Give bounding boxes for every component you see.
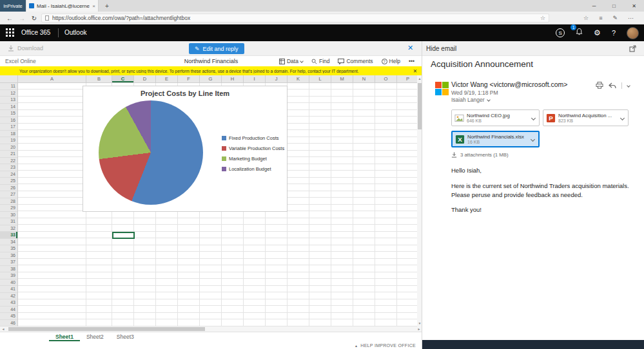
row-header-46[interactable]: 46 [0,320,17,327]
row-header-19[interactable]: 19 [0,137,17,144]
column-header-D[interactable]: D [134,75,156,82]
close-preview-icon[interactable]: ✕ [407,44,413,52]
refresh-button[interactable]: ↻ [28,12,40,24]
app-launcher-icon[interactable] [6,28,14,37]
popout-icon[interactable] [629,45,636,52]
row-header-26[interactable]: 26 [0,185,17,192]
row-header-12[interactable]: 12 [0,90,17,97]
pie-chart-object[interactable]: Project Costs by Line Item Fixed Product… [83,86,288,212]
data-menu[interactable]: Data [279,58,303,64]
select-all-corner[interactable] [0,75,18,82]
print-icon[interactable] [596,82,603,89]
column-header-I[interactable]: I [244,75,266,82]
column-header-G[interactable]: G [200,75,222,82]
row-header-33[interactable]: 33 [0,232,17,239]
row-header-21[interactable]: 21 [0,151,17,158]
email-recipient[interactable]: Isaiah Langer [451,97,490,103]
column-header-C[interactable]: C [112,75,134,82]
attachment-chip[interactable]: XNorthwind Financials.xlsx16 KB [451,131,540,147]
row-header-35[interactable]: 35 [0,245,17,252]
column-header-A[interactable]: A [18,75,86,82]
favorites-icon[interactable]: ☆ [583,15,589,21]
sheet-tab-sheet3[interactable]: Sheet3 [110,332,141,341]
edit-and-reply-button[interactable]: ✎ Edit and reply [189,43,244,54]
comments-button[interactable]: Comments [338,58,373,64]
row-header-25[interactable]: 25 [0,178,17,185]
row-header-20[interactable]: 20 [0,144,17,151]
row-header-18[interactable]: 18 [0,131,17,138]
row-header-39[interactable]: 39 [0,272,17,279]
row-header-36[interactable]: 36 [0,252,17,259]
reply-icon[interactable] [609,82,616,89]
horizontal-scrollbar[interactable]: ◄ ► [0,326,422,332]
row-header-37[interactable]: 37 [0,259,17,266]
maximize-button[interactable]: □ [604,0,624,12]
row-header-24[interactable]: 24 [0,171,17,178]
row-header-38[interactable]: 38 [0,266,17,273]
hub-icon[interactable]: ≡ [599,15,602,21]
more-commands-icon[interactable]: ••• [409,58,415,64]
row-header-13[interactable]: 13 [0,97,17,104]
row-header-40[interactable]: 40 [0,279,17,287]
sheet-tab-sheet2[interactable]: Sheet2 [80,332,110,341]
row-header-41[interactable]: 41 [0,286,17,293]
horizontal-scroll-thumb[interactable] [8,327,205,331]
row-header-44[interactable]: 44 [0,307,17,314]
column-header-P[interactable]: P [397,75,419,82]
find-button[interactable]: Find [311,58,330,64]
row-header-16[interactable]: 16 [0,117,17,124]
attachment-chevron-icon[interactable] [531,115,536,120]
row-header-31[interactable]: 31 [0,218,17,225]
row-header-14[interactable]: 14 [0,104,17,111]
url-field[interactable]: https://outlook.office.com/owa/?path=/at… [41,14,549,23]
row-header-27[interactable]: 27 [0,191,17,198]
tab-close-icon[interactable]: × [92,3,95,9]
scroll-left-icon[interactable]: ◄ [0,326,6,332]
row-header-32[interactable]: 32 [0,225,17,232]
column-header-N[interactable]: N [353,75,375,82]
attachments-summary[interactable]: 3 attachments (1 MB) [451,152,509,158]
column-header-M[interactable]: M [331,75,353,82]
row-header-22[interactable]: 22 [0,158,17,165]
column-header-H[interactable]: H [222,75,244,82]
notifications-button[interactable]: 1 [576,27,583,39]
more-actions-chevron-icon[interactable] [627,84,630,88]
row-header-30[interactable]: 30 [0,212,17,219]
new-tab-button[interactable]: + [102,0,112,12]
help-icon[interactable]: ? [612,29,616,37]
row-header-34[interactable]: 34 [0,239,17,246]
sheet-tab-sheet1[interactable]: Sheet1 [49,332,80,341]
forward-button[interactable]: → [16,12,28,24]
column-header-E[interactable]: E [156,75,178,82]
column-header-F[interactable]: F [178,75,200,82]
back-button[interactable]: ← [4,12,15,24]
column-header-B[interactable]: B [86,75,112,82]
attachment-chevron-icon[interactable] [620,115,625,120]
row-header-42[interactable]: 42 [0,293,17,300]
expand-recipients-chevron-icon[interactable] [487,98,491,102]
browser-tab[interactable]: Mail - IsaiahL@lucerne × [26,0,99,12]
row-header-29[interactable]: 29 [0,205,17,212]
hide-email-button[interactable]: Hide email [426,41,456,55]
add-favorite-icon[interactable]: ☆ [540,15,545,21]
help-menu[interactable]: ? Help [382,58,400,64]
row-header-43[interactable]: 43 [0,299,17,307]
sender-name[interactable]: Victor Wang <victorw@microsoft.com> [451,80,567,88]
row-header-11[interactable]: 11 [0,83,17,90]
column-header-L[interactable]: L [309,75,331,82]
minimize-button[interactable]: ─ [584,0,604,12]
skype-icon[interactable]: S [556,28,565,37]
column-header-K[interactable]: K [288,75,309,82]
row-header-23[interactable]: 23 [0,164,17,171]
web-note-icon[interactable]: ✎ [612,15,618,21]
settings-gear-icon[interactable]: ⚙ [594,28,601,37]
close-window-button[interactable]: ✕ [624,0,644,12]
warning-close-icon[interactable]: ✕ [413,68,417,74]
sender-avatar[interactable] [435,82,449,95]
row-header-28[interactable]: 28 [0,198,17,205]
row-header-17[interactable]: 17 [0,124,17,131]
column-header-J[interactable]: J [266,75,288,82]
user-avatar[interactable] [627,27,639,39]
attachment-chip[interactable]: Northwind CEO.jpg646 KB [451,109,540,126]
attachment-chip[interactable]: PNorthwind Acquisition ...823 KB [543,109,629,126]
